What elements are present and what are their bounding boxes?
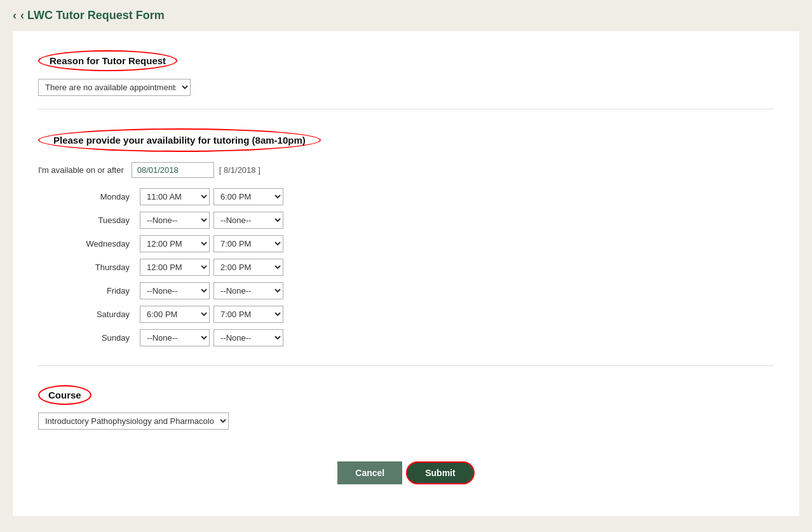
- day-label: Sunday: [38, 333, 140, 343]
- avail-end-select[interactable]: --None--8:00 AM8:30 AM9:00 AM9:30 AM10:0…: [213, 329, 283, 346]
- avail-start-select[interactable]: --None--8:00 AM8:30 AM9:00 AM9:30 AM10:0…: [140, 306, 210, 323]
- back-arrow-icon[interactable]: ‹: [13, 9, 17, 22]
- day-label: Tuesday: [38, 215, 140, 225]
- day-label: Saturday: [38, 310, 140, 319]
- submit-button[interactable]: Submit: [406, 461, 474, 484]
- avail-row: Wednesday--None--8:00 AM8:30 AM9:00 AM9:…: [38, 235, 774, 252]
- avail-end-select[interactable]: --None--8:00 AM8:30 AM9:00 AM9:30 AM10:0…: [213, 259, 283, 276]
- buttons-row: Cancel Submit: [38, 449, 774, 497]
- avail-row: Friday--None--8:00 AM8:30 AM9:00 AM9:30 …: [38, 282, 774, 299]
- date-input[interactable]: [132, 162, 214, 178]
- reason-select[interactable]: There are no available appointmentsSched…: [38, 79, 191, 96]
- form-container: Reason for Tutor Request There are no av…: [13, 31, 799, 516]
- avail-end-select[interactable]: --None--8:00 AM8:30 AM9:00 AM9:30 AM10:0…: [213, 235, 283, 252]
- day-label: Thursday: [38, 263, 140, 272]
- reason-section: Reason for Tutor Request There are no av…: [38, 50, 774, 109]
- cancel-button[interactable]: Cancel: [337, 461, 402, 484]
- avail-row: Saturday--None--8:00 AM8:30 AM9:00 AM9:3…: [38, 306, 774, 323]
- avail-start-select[interactable]: --None--8:00 AM8:30 AM9:00 AM9:30 AM10:0…: [140, 212, 210, 229]
- avail-row: Sunday--None--8:00 AM8:30 AM9:00 AM9:30 …: [38, 329, 774, 346]
- avail-start-select[interactable]: --None--8:00 AM8:30 AM9:00 AM9:30 AM10:0…: [140, 188, 210, 205]
- availability-section-title: Please provide your availability for tut…: [38, 128, 321, 152]
- course-select[interactable]: Introductory Pathophysiology and Pharmac…: [38, 413, 229, 430]
- course-section-title: Course: [38, 385, 91, 405]
- page-title: ‹ LWC Tutor Request Form: [20, 9, 165, 22]
- reason-section-title: Reason for Tutor Request: [38, 50, 177, 71]
- day-label: Friday: [38, 286, 140, 296]
- avail-end-select[interactable]: --None--8:00 AM8:30 AM9:00 AM9:30 AM10:0…: [213, 282, 283, 299]
- avail-end-select[interactable]: --None--8:00 AM8:30 AM9:00 AM9:30 AM10:0…: [213, 306, 283, 323]
- page-header: ‹ ‹ LWC Tutor Request Form: [0, 0, 812, 31]
- avail-start-select[interactable]: --None--8:00 AM8:30 AM9:00 AM9:30 AM10:0…: [140, 329, 210, 346]
- course-section: Course Introductory Pathophysiology and …: [38, 385, 774, 430]
- avail-start-select[interactable]: --None--8:00 AM8:30 AM9:00 AM9:30 AM10:0…: [140, 259, 210, 276]
- avail-end-select[interactable]: --None--8:00 AM8:30 AM9:00 AM9:30 AM10:0…: [213, 212, 283, 229]
- avail-end-select[interactable]: --None--8:00 AM8:30 AM9:00 AM9:30 AM10:0…: [213, 188, 283, 205]
- date-row: I'm available on or after [ 8/1/2018 ]: [38, 162, 774, 178]
- avail-row: Monday--None--8:00 AM8:30 AM9:00 AM9:30 …: [38, 188, 774, 205]
- day-label: Monday: [38, 192, 140, 201]
- availability-section: Please provide your availability for tut…: [38, 128, 774, 366]
- avail-start-select[interactable]: --None--8:00 AM8:30 AM9:00 AM9:30 AM10:0…: [140, 282, 210, 299]
- day-label: Wednesday: [38, 239, 140, 249]
- date-label: I'm available on or after: [38, 165, 124, 175]
- availability-grid: Monday--None--8:00 AM8:30 AM9:00 AM9:30 …: [38, 188, 774, 346]
- avail-start-select[interactable]: --None--8:00 AM8:30 AM9:00 AM9:30 AM10:0…: [140, 235, 210, 252]
- avail-row: Tuesday--None--8:00 AM8:30 AM9:00 AM9:30…: [38, 212, 774, 229]
- date-display: [ 8/1/2018 ]: [219, 165, 261, 175]
- avail-row: Thursday--None--8:00 AM8:30 AM9:00 AM9:3…: [38, 259, 774, 276]
